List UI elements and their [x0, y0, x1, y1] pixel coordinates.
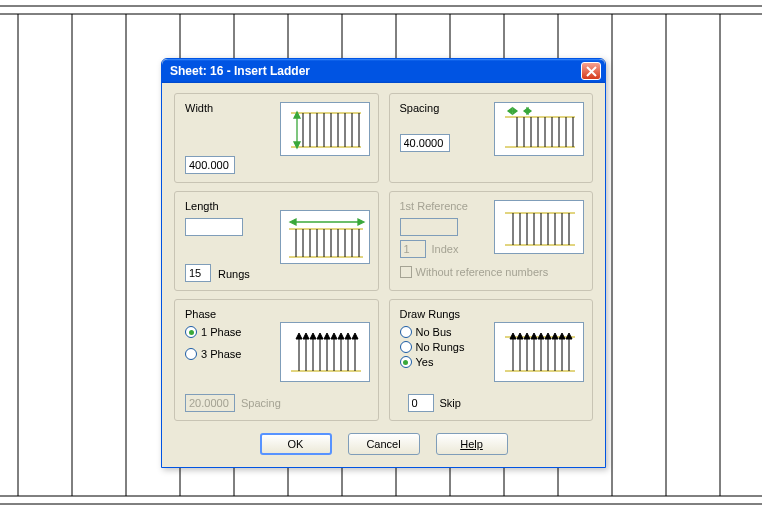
- yes-label: Yes: [416, 356, 434, 368]
- phase-label: Phase: [185, 308, 368, 320]
- svg-marker-107: [545, 333, 551, 339]
- phase-1-label: 1 Phase: [201, 326, 241, 338]
- svg-marker-87: [331, 333, 337, 339]
- phase-spacing-label: Spacing: [241, 397, 281, 409]
- radio-selected-icon: [400, 356, 412, 368]
- svg-marker-105: [538, 333, 544, 339]
- svg-marker-77: [296, 333, 302, 339]
- svg-marker-111: [559, 333, 565, 339]
- without-reference-label: Without reference numbers: [416, 266, 549, 278]
- help-button-label: Help: [460, 438, 483, 450]
- svg-marker-101: [524, 333, 530, 339]
- radio-icon: [400, 326, 412, 338]
- svg-marker-89: [338, 333, 344, 339]
- svg-marker-91: [345, 333, 351, 339]
- svg-marker-93: [352, 333, 358, 339]
- index-input: [400, 240, 426, 258]
- first-reference-panel: 1st Reference Index Without reference nu…: [389, 191, 594, 291]
- svg-marker-97: [510, 333, 516, 339]
- width-input[interactable]: [185, 156, 235, 174]
- length-input[interactable]: [185, 218, 243, 236]
- radio-selected-icon: [185, 326, 197, 338]
- button-row: OK Cancel Help: [174, 429, 593, 459]
- draw-rungs-panel: Draw Rungs No Bus No Rungs Yes Skip: [389, 299, 594, 421]
- dialog-title: Sheet: 16 - Insert Ladder: [170, 64, 581, 78]
- first-reference-preview: [494, 200, 584, 254]
- close-icon: [586, 66, 597, 77]
- svg-marker-45: [508, 108, 512, 114]
- radio-icon: [185, 348, 197, 360]
- checkbox-icon: [400, 266, 412, 278]
- spacing-input[interactable]: [400, 134, 450, 152]
- spacing-preview: [494, 102, 584, 156]
- svg-marker-83: [317, 333, 323, 339]
- no-rungs-label: No Rungs: [416, 341, 465, 353]
- spacing-panel: Spacing: [389, 93, 594, 183]
- length-preview: [280, 210, 370, 264]
- rungs-label: Rungs: [218, 268, 250, 280]
- skip-input[interactable]: [408, 394, 434, 412]
- width-preview: [280, 102, 370, 156]
- svg-marker-113: [566, 333, 572, 339]
- svg-marker-109: [552, 333, 558, 339]
- svg-marker-85: [324, 333, 330, 339]
- svg-marker-103: [531, 333, 537, 339]
- phase-3-label: 3 Phase: [201, 348, 241, 360]
- titlebar[interactable]: Sheet: 16 - Insert Ladder: [162, 59, 605, 83]
- ok-button[interactable]: OK: [260, 433, 332, 455]
- draw-rungs-label: Draw Rungs: [400, 308, 583, 320]
- length-panel: Length Rungs: [174, 191, 379, 291]
- cancel-button[interactable]: Cancel: [348, 433, 420, 455]
- svg-marker-79: [303, 333, 309, 339]
- skip-label: Skip: [440, 397, 461, 409]
- svg-marker-63: [358, 219, 364, 225]
- svg-marker-48: [524, 108, 528, 114]
- svg-marker-99: [517, 333, 523, 339]
- phase-spacing-input: [185, 394, 235, 412]
- help-button[interactable]: Help: [436, 433, 508, 455]
- without-reference-checkbox: Without reference numbers: [400, 266, 583, 278]
- index-label: Index: [432, 243, 459, 255]
- rungs-input[interactable]: [185, 264, 211, 282]
- svg-marker-62: [290, 219, 296, 225]
- draw-rungs-preview: [494, 322, 584, 382]
- phase-preview: [280, 322, 370, 382]
- first-reference-input: [400, 218, 458, 236]
- svg-marker-81: [310, 333, 316, 339]
- close-button[interactable]: [581, 62, 601, 80]
- phase-panel: Phase 1 Phase 3 Phase Spacing: [174, 299, 379, 421]
- width-panel: Width: [174, 93, 379, 183]
- insert-ladder-dialog: Sheet: 16 - Insert Ladder Width: [161, 58, 606, 468]
- radio-icon: [400, 341, 412, 353]
- no-bus-label: No Bus: [416, 326, 452, 338]
- svg-marker-44: [513, 108, 517, 114]
